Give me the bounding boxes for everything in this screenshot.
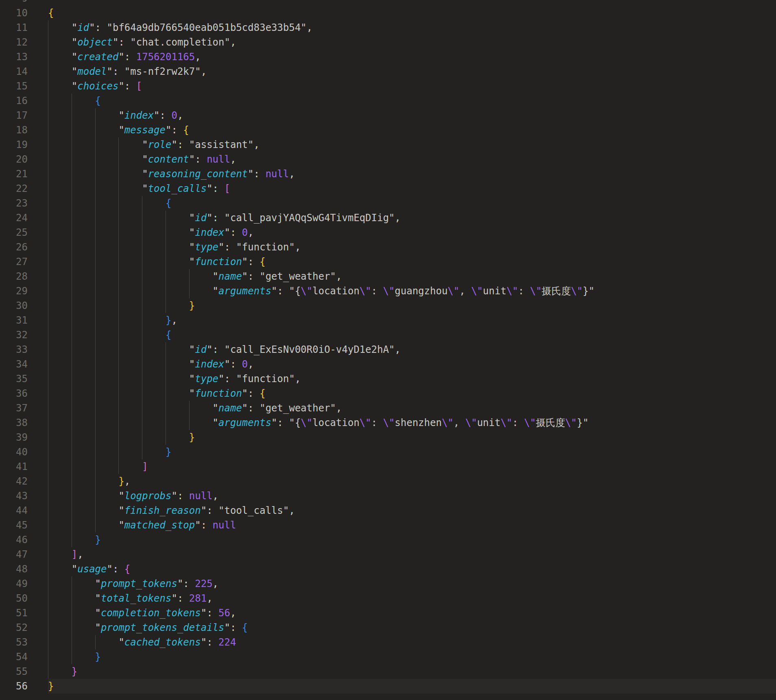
line-number[interactable]: 24 [0,211,28,225]
code-line[interactable]: 23 { [0,196,776,211]
line-number[interactable]: 38 [0,415,28,430]
code-line[interactable]: 20 "content": null, [0,152,776,167]
code-line[interactable]: 25 "index": 0, [0,225,776,240]
line-number[interactable]: 42 [0,474,28,489]
code-line[interactable]: 30 } [0,298,776,313]
line-number[interactable]: 33 [0,342,28,357]
code-line[interactable]: 35 "type": "function", [0,372,776,386]
editor[interactable]: 910{11 "id": "bf64a9db766540eab051b5cd83… [0,0,776,691]
line-number[interactable]: 25 [0,225,28,240]
code-line[interactable]: 55 } [0,664,776,679]
line-number[interactable]: 41 [0,459,28,474]
line-number[interactable]: 19 [0,137,28,152]
line-number[interactable]: 31 [0,313,28,328]
line-number[interactable]: 54 [0,650,28,664]
code-line[interactable]: 52 "prompt_tokens_details": { [0,620,776,635]
line-number[interactable]: 10 [0,6,28,20]
code-line[interactable]: 42 }, [0,474,776,489]
code-line[interactable]: 10{ [0,6,776,20]
line-number[interactable]: 16 [0,93,28,108]
line-number[interactable]: 45 [0,518,28,533]
code-line[interactable]: 26 "type": "function", [0,240,776,254]
code-line[interactable]: 31 }, [0,313,776,328]
line-number[interactable]: 11 [0,20,28,35]
code-line[interactable]: 28 "name": "get_weather", [0,269,776,284]
code-line[interactable]: 34 "index": 0, [0,357,776,372]
line-number[interactable]: 30 [0,298,28,313]
line-number[interactable]: 51 [0,606,28,620]
code-line[interactable]: 47 ], [0,547,776,562]
code-line[interactable]: 27 "function": { [0,254,776,269]
code-line[interactable]: 16 { [0,93,776,108]
line-number[interactable]: 53 [0,635,28,650]
line-number[interactable]: 14 [0,64,28,79]
line-number[interactable]: 17 [0,108,28,123]
line-number[interactable]: 15 [0,79,28,93]
line-number[interactable]: 13 [0,50,28,64]
line-number[interactable]: 34 [0,357,28,372]
code-line[interactable]: 51 "completion_tokens": 56, [0,606,776,620]
line-number[interactable]: 35 [0,372,28,386]
line-number[interactable]: 43 [0,489,28,503]
line-number[interactable]: 55 [0,664,28,679]
line-number[interactable]: 23 [0,196,28,211]
line-number[interactable]: 12 [0,35,28,50]
line-number[interactable]: 46 [0,533,28,547]
line-number[interactable]: 48 [0,562,28,576]
code-line[interactable]: 44 "finish_reason": "tool_calls", [0,503,776,518]
line-number[interactable]: 49 [0,576,28,591]
line-number[interactable]: 32 [0,328,28,342]
line-number[interactable]: 44 [0,503,28,518]
line-number[interactable]: 52 [0,620,28,635]
line-number[interactable]: 26 [0,240,28,254]
code-line[interactable]: 9 [0,0,776,6]
code-line[interactable]: 21 "reasoning_content": null, [0,167,776,181]
line-number[interactable]: 27 [0,254,28,269]
code-line[interactable]: 40 } [0,445,776,459]
code-line[interactable]: 24 "id": "call_pavjYAQqSwG4TivmEqDIig", [0,211,776,225]
code-line[interactable]: 48 "usage": { [0,562,776,576]
code-line[interactable]: 22 "tool_calls": [ [0,181,776,196]
code-line[interactable]: 56} [0,679,776,693]
token: " [118,110,124,121]
line-number[interactable]: 20 [0,152,28,167]
code-line[interactable]: 50 "total_tokens": 281, [0,591,776,606]
line-number[interactable]: 36 [0,386,28,401]
code-line[interactable]: 37 "name": "get_weather", [0,401,776,415]
code-line[interactable]: 18 "message": { [0,123,776,137]
code-line[interactable]: 41 ] [0,459,776,474]
code-line[interactable]: 46 } [0,533,776,547]
code-line[interactable]: 49 "prompt_tokens": 225, [0,576,776,591]
code-line[interactable]: 43 "logprobs": null, [0,489,776,503]
line-number[interactable]: 9 [0,0,28,6]
code-line[interactable]: 15 "choices": [ [0,79,776,93]
line-number[interactable]: 28 [0,269,28,284]
line-number[interactable]: 22 [0,181,28,196]
line-number[interactable]: 39 [0,430,28,445]
code-line[interactable]: 17 "index": 0, [0,108,776,123]
code-line[interactable]: 12 "object": "chat.completion", [0,35,776,50]
code-line[interactable]: 19 "role": "assistant", [0,137,776,152]
line-number[interactable]: 21 [0,167,28,181]
code-line[interactable]: 39 } [0,430,776,445]
code-line[interactable]: 32 { [0,328,776,342]
code-line[interactable]: 29 "arguments": "{\"location\": \"guangz… [0,284,776,298]
code-line[interactable]: 13 "created": 1756201165, [0,50,776,64]
line-number[interactable]: 50 [0,591,28,606]
line-number[interactable]: 37 [0,401,28,415]
code-line[interactable]: 38 "arguments": "{\"location\": \"shenzh… [0,415,776,430]
code-line[interactable]: 53 "cached_tokens": 224 [0,635,776,650]
line-number[interactable]: 29 [0,284,28,298]
code-line[interactable]: 33 "id": "call_ExEsNv00R0iO-v4yD1e2hA", [0,342,776,357]
line-number[interactable]: 40 [0,445,28,459]
line-number[interactable]: 47 [0,547,28,562]
indent-guide [48,533,48,547]
code-line[interactable]: 14 "model": "ms-nf2rw2k7", [0,64,776,79]
code-line[interactable]: 36 "function": { [0,386,776,401]
line-number[interactable]: 56 [0,679,28,693]
code-line[interactable]: 54 } [0,650,776,664]
code-line[interactable]: 45 "matched_stop": null [0,518,776,533]
code-line[interactable]: 11 "id": "bf64a9db766540eab051b5cd83e33b… [0,20,776,35]
line-number[interactable]: 18 [0,123,28,137]
token: "get_weather" [259,402,336,414]
